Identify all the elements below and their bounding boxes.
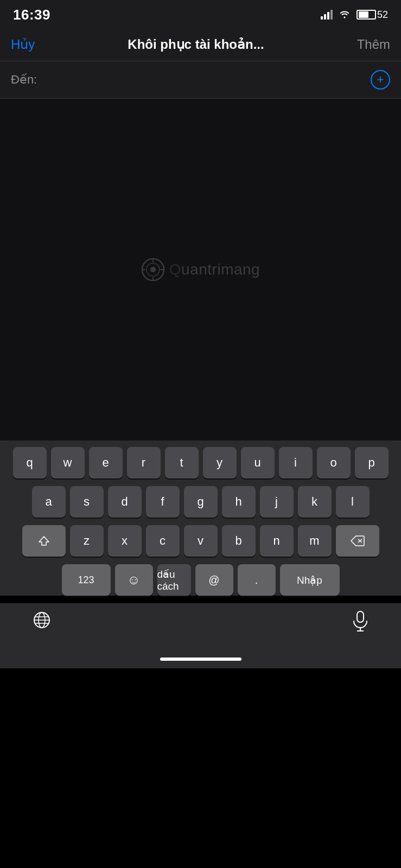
- key-k[interactable]: k: [298, 486, 332, 518]
- backspace-icon: [351, 535, 365, 546]
- keyboard-row-3: z x c v b n m: [2, 525, 399, 557]
- key-l[interactable]: l: [336, 486, 370, 518]
- wifi-icon: [338, 9, 351, 21]
- to-label: Đến:: [11, 73, 37, 87]
- battery-icon: 52: [357, 9, 388, 21]
- shift-key[interactable]: [22, 525, 66, 557]
- key-d[interactable]: d: [108, 486, 142, 518]
- status-icons: 52: [321, 9, 388, 21]
- main-content: Quantrimang: [0, 99, 401, 441]
- shift-icon: [38, 535, 50, 547]
- bottom-bar: [0, 603, 401, 652]
- watermark: Quantrimang: [141, 258, 260, 282]
- key-y[interactable]: y: [203, 447, 237, 478]
- key-a[interactable]: a: [32, 486, 66, 518]
- key-e[interactable]: e: [89, 447, 123, 478]
- watermark-text: Quantrimang: [169, 261, 260, 278]
- key-r[interactable]: r: [127, 447, 161, 478]
- globe-button[interactable]: [33, 611, 51, 631]
- to-field: Đến: +: [0, 61, 401, 99]
- key-j[interactable]: j: [260, 486, 294, 518]
- key-h[interactable]: h: [222, 486, 256, 518]
- key-period[interactable]: .: [238, 564, 276, 596]
- status-bar: 16:39 52: [0, 0, 401, 29]
- key-w[interactable]: w: [51, 447, 85, 478]
- key-123[interactable]: 123: [62, 564, 111, 596]
- status-time: 16:39: [13, 7, 50, 23]
- key-x[interactable]: x: [108, 525, 142, 557]
- key-space[interactable]: dấu cách: [157, 564, 191, 596]
- mic-button[interactable]: [352, 611, 368, 634]
- battery-level: 52: [377, 9, 388, 21]
- cancel-button[interactable]: Hủy: [11, 37, 35, 52]
- key-v[interactable]: v: [184, 525, 218, 557]
- home-indicator: [160, 658, 241, 661]
- bottom-home: [0, 652, 401, 668]
- keyboard-row-1: q w e r t y u i o p: [2, 447, 399, 478]
- key-emoji[interactable]: ☺: [115, 564, 153, 596]
- keyboard-row-2: a s d f g h j k l: [2, 486, 399, 518]
- add-button[interactable]: Thêm: [357, 37, 390, 52]
- key-u[interactable]: u: [241, 447, 275, 478]
- watermark-logo-icon: [141, 258, 165, 282]
- keyboard-row-bottom: 123 ☺ dấu cách @ . Nhập: [2, 564, 399, 596]
- key-o[interactable]: o: [317, 447, 351, 478]
- nav-row: Hủy Khôi phục tài khoản... Thêm: [11, 37, 390, 61]
- key-s[interactable]: s: [70, 486, 104, 518]
- key-b[interactable]: b: [222, 525, 256, 557]
- key-p[interactable]: p: [355, 447, 389, 478]
- svg-point-2: [150, 267, 156, 272]
- key-at[interactable]: @: [195, 564, 233, 596]
- key-q[interactable]: q: [13, 447, 47, 478]
- key-n[interactable]: n: [260, 525, 294, 557]
- add-recipient-button[interactable]: +: [371, 70, 390, 90]
- keyboard: q w e r t y u i o p a s d f g h j k l z …: [0, 441, 401, 596]
- globe-icon: [33, 611, 51, 629]
- key-g[interactable]: g: [184, 486, 218, 518]
- key-f[interactable]: f: [146, 486, 180, 518]
- key-c[interactable]: c: [146, 525, 180, 557]
- mic-icon: [352, 611, 368, 631]
- backspace-key[interactable]: [336, 525, 379, 557]
- plus-icon: +: [377, 73, 384, 87]
- key-m[interactable]: m: [298, 525, 332, 557]
- page-title: Khôi phục tài khoản...: [128, 37, 264, 52]
- signal-icon: [321, 10, 333, 20]
- key-z[interactable]: z: [70, 525, 104, 557]
- svg-rect-12: [357, 611, 364, 622]
- key-i[interactable]: i: [279, 447, 313, 478]
- nav-header: Hủy Khôi phục tài khoản... Thêm: [0, 29, 401, 61]
- return-key[interactable]: Nhập: [280, 564, 340, 596]
- key-t[interactable]: t: [165, 447, 199, 478]
